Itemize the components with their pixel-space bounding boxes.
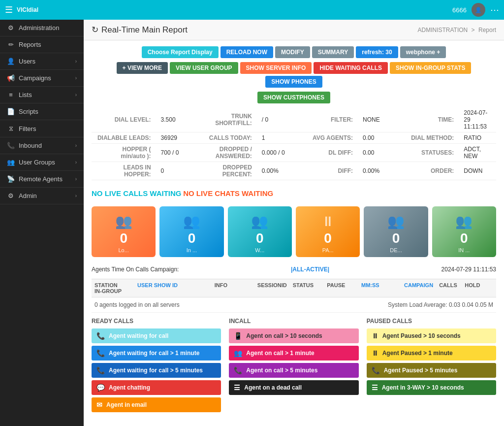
legend-item-waiting-5min: 📞 Agent waiting for call > 5 minutes xyxy=(92,363,221,378)
topbar-right: 6666 👤 ⋯ xyxy=(452,3,499,17)
sidebar-item-administration[interactable]: ⚙ Administration xyxy=(0,20,84,36)
sidebar-label-filters: Filters xyxy=(19,125,36,132)
email-icon: ✉ xyxy=(96,401,102,409)
stat-card-3: ⏸ 0 PA... xyxy=(296,206,360,257)
stats-table: DIAL LEVEL: 3.500 TRUNK SHORT/FILL: / 0 … xyxy=(92,107,496,180)
choose-report-display-button[interactable]: Choose Report Display xyxy=(142,46,219,58)
main-content: ↻ Real-Time Main Report ADMINISTRATION >… xyxy=(84,20,504,426)
view-more-button[interactable]: + VIEW MORE xyxy=(117,62,168,74)
stat-card-1: 👥 0 In ... xyxy=(159,206,223,257)
sidebar-label-campaigns: Campaigns xyxy=(19,74,51,82)
col-station: STATION xyxy=(92,282,134,288)
sidebar-label-users: Users xyxy=(19,58,35,65)
summary-button[interactable]: SUMMARY xyxy=(312,46,354,58)
sidebar-item-campaigns[interactable]: 📢 Campaigns › xyxy=(0,70,84,87)
live-banner: NO LIVE CALLS WAITING NO LIVE CHATS WAIT… xyxy=(92,185,496,201)
col-status: STATUS xyxy=(290,282,324,288)
user-groups-icon: 👥 xyxy=(7,159,15,166)
avatar[interactable]: 👤 xyxy=(472,3,485,17)
dial-method-value: RATIO xyxy=(459,132,496,144)
sidebar-item-inbound[interactable]: 📞 Inbound › xyxy=(0,137,84,154)
no-live-calls: NO LIVE CALLS WAITING xyxy=(92,189,182,197)
col-pause: PAUSE xyxy=(324,282,358,288)
filter-value: NONE xyxy=(358,107,395,132)
col-user-show-id: USER SHOW ID xyxy=(134,282,212,288)
hamburger-icon[interactable]: ☰ xyxy=(5,4,13,15)
dialable-leads-label: DIALABLE LEADS: xyxy=(92,132,156,144)
diff-value: 0.00% xyxy=(358,162,395,180)
paused-calls-title: PAUSED CALLS xyxy=(367,318,496,325)
page-header: ↻ Real-Time Main Report ADMINISTRATION >… xyxy=(84,20,504,40)
stat-card-num-5: 0 xyxy=(460,230,468,246)
order-label: ORDER: xyxy=(395,162,459,180)
share-icon[interactable]: ⋯ xyxy=(490,4,499,15)
campaign-filter: |ALL-ACTIVE| xyxy=(291,266,329,273)
refresh-button[interactable]: refresh: 30 xyxy=(356,46,398,58)
chevron-right-icon: › xyxy=(75,143,77,148)
campaigns-icon: 📢 xyxy=(7,74,15,82)
chevron-right-icon: › xyxy=(75,59,77,64)
logo: VICIdial xyxy=(17,6,38,13)
breadcrumb: ADMINISTRATION > Report xyxy=(417,27,496,33)
stat-card-icon-3: ⏸ xyxy=(321,213,335,229)
sidebar-item-users[interactable]: 👤 Users › xyxy=(0,53,84,70)
legend-section: READY CALLS 📞 Agent waiting for call 📞 A… xyxy=(92,313,496,420)
stat-card-icon-2: 👥 xyxy=(251,213,268,229)
legend-item-waiting-1min: 📞 Agent waiting for call > 1 minute xyxy=(92,346,221,360)
phone2-icon: 📞 xyxy=(234,366,242,374)
stat-card-2: 👥 0 W... xyxy=(228,206,292,257)
show-custphones-button[interactable]: SHOW CUSTPHONES xyxy=(257,92,330,103)
toolbar-row1: Choose Report Display RELOAD NOW MODIFY … xyxy=(92,46,496,58)
sidebar-item-remote-agents[interactable]: 📡 Remote Agents › xyxy=(0,171,84,188)
calls-today-label: CALLS TODAY: xyxy=(192,132,257,144)
sidebar-item-lists[interactable]: ≡ Lists › xyxy=(0,87,84,103)
dial-level-value: 3.500 xyxy=(156,107,193,132)
stat-card-icon-1: 👥 xyxy=(183,213,200,229)
stat-card-4: 👥 0 DE... xyxy=(364,206,428,257)
statuses-value: ADCT, NEW xyxy=(459,144,496,162)
users-icon: 👤 xyxy=(7,58,15,65)
order-value: DOWN xyxy=(459,162,496,180)
legend-label-oncall-5min: Agent on call > 5 minutes xyxy=(246,367,317,374)
sidebar-item-scripts[interactable]: 📄 Scripts xyxy=(0,103,84,120)
dial-method-label: DIAL METHOD: xyxy=(395,132,459,144)
dropped-answered-label: DROPPED / ANSWERED: xyxy=(192,144,257,162)
col-hold: HOLD xyxy=(462,282,496,288)
stat-card-num-0: 0 xyxy=(120,230,127,246)
show-phones-button[interactable]: SHOW PHONES xyxy=(265,76,322,88)
agent-table-header: STATION USER SHOW ID INFO SESSIONID STAT… xyxy=(92,279,496,297)
hide-waiting-calls-button[interactable]: HIDE WAITING CALLS xyxy=(314,62,388,74)
sidebar-item-admin[interactable]: ⚙ Admin › xyxy=(0,188,84,204)
modify-button[interactable]: MODIFY xyxy=(275,46,310,58)
sidebar-item-reports[interactable]: ✏ Reports xyxy=(0,36,84,53)
stat-card-label-3: PA... xyxy=(322,247,334,253)
incall-legend: INCALL 📱 Agent on call > 10 seconds 👥 Ag… xyxy=(229,318,358,415)
phone-icon: 📞 xyxy=(96,366,105,374)
stat-card-label-5: IN ... xyxy=(458,247,470,253)
page-title: ↻ Real-Time Main Report xyxy=(92,25,188,35)
toolbar-row3: SHOW CUSTPHONES xyxy=(92,92,496,103)
view-user-group-button[interactable]: VIEW USER GROUP xyxy=(170,62,238,74)
campaign-timestamp: 2024-07-29 11:11:53 xyxy=(441,266,496,273)
pause2-icon: ⏸ xyxy=(372,349,378,357)
sidebar-item-filters[interactable]: ⧖ Filters xyxy=(0,120,84,137)
legend-label-email: Agent in email xyxy=(106,401,147,408)
legend-label-oncall-1min: Agent on call > 1 minute xyxy=(246,350,314,357)
reports-icon: ✏ xyxy=(7,41,15,48)
pause-icon: ⏸ xyxy=(372,332,378,340)
sidebar-label-lists: Lists xyxy=(19,91,32,98)
legend-item-oncall-5min: 📞 Agent on call > 5 minutes xyxy=(229,363,358,378)
legend-item-oncall-10s: 📱 Agent on call > 10 seconds xyxy=(229,328,358,343)
show-ingroup-stats-button[interactable]: SHOW IN-GROUP STATS xyxy=(390,62,471,74)
filter-label: FILTER: xyxy=(293,107,358,132)
webphone-button[interactable]: webphone + xyxy=(400,46,446,58)
list2-icon: ☰ xyxy=(372,384,378,392)
reload-now-button[interactable]: RELOAD NOW xyxy=(220,46,273,58)
scripts-icon: 📄 xyxy=(7,108,15,115)
campaign-info-label: Agents Time On Calls Campaign: xyxy=(92,266,179,273)
admin-icon: ⚙ xyxy=(7,24,15,32)
legend-item-paused-1min: ⏸ Agent Paused > 1 minute xyxy=(367,346,496,360)
show-server-info-button[interactable]: SHOW SERVER INFO xyxy=(240,62,312,74)
dropped-percent-label: DROPPED PERCENT: xyxy=(192,162,257,180)
sidebar-item-user-groups[interactable]: 👥 User Groups › xyxy=(0,154,84,171)
